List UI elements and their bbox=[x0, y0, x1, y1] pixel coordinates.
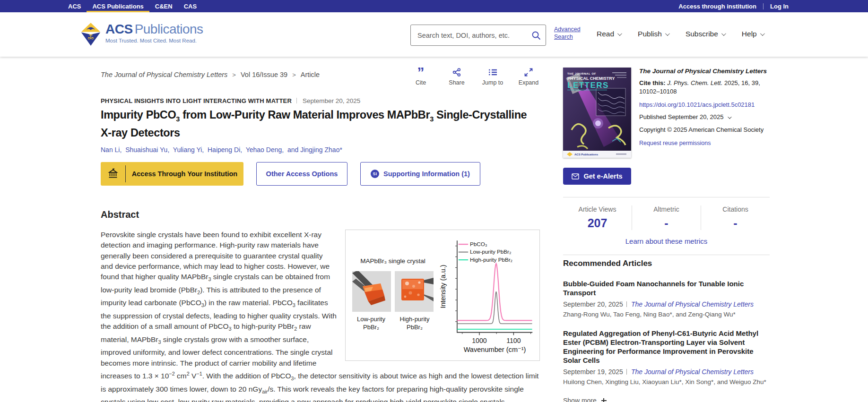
logo-wordmark: ACSPublications Most Trusted. Most Cited… bbox=[105, 23, 203, 44]
metrics-panel: Article Views 207 Altmetric - Citations … bbox=[563, 197, 770, 255]
breadcrumb-issue-link[interactable]: Vol 16/Issue 39 bbox=[241, 71, 287, 78]
nav-subscribe[interactable]: Subscribe bbox=[686, 30, 725, 38]
high-purity-crystal-photo bbox=[395, 271, 434, 312]
author-link[interactable]: Yehao Deng bbox=[246, 146, 287, 154]
recommended-article-journal-link[interactable]: The Journal of Physical Chemistry Letter… bbox=[623, 300, 754, 308]
logo-publications-text: Publications bbox=[135, 22, 203, 36]
learn-about-metrics-link[interactable]: Learn about these metrics bbox=[563, 237, 770, 245]
topbar-link-cen[interactable]: C&EN bbox=[149, 0, 178, 12]
journal-name: The Journal of Physical Chemistry Letter… bbox=[639, 68, 770, 75]
svg-text:ACS Publications: ACS Publications bbox=[574, 153, 599, 156]
recommended-article: Bubble-Guided Foam Nanochannels for Tuna… bbox=[563, 279, 770, 318]
author-link[interactable]: and Jingjing Zhao* bbox=[287, 146, 342, 154]
page: ACS ACS Publications C&EN CAS Access thr… bbox=[0, 0, 868, 402]
author-list: Nan LiShuaishuai YuYuliang YiHaipeng DiY… bbox=[101, 146, 540, 154]
copyright-text: Copyright © 2025 American Chemical Socie… bbox=[639, 126, 770, 133]
author-link[interactable]: Yuliang Yi bbox=[173, 146, 208, 154]
topbar-link-acs[interactable]: ACS bbox=[62, 0, 87, 12]
other-access-options-button[interactable]: Other Access Options bbox=[256, 162, 347, 186]
show-more-button[interactable]: Show more bbox=[563, 397, 770, 402]
expand-icon bbox=[524, 67, 533, 77]
abstract-graphic-figure[interactable]: MAPbBr₃ single crystal bbox=[345, 230, 540, 361]
access-options-row: Access Through Your Institution Other Ac… bbox=[101, 162, 540, 186]
top-utility-bar: ACS ACS Publications C&EN CAS Access thr… bbox=[0, 0, 868, 12]
author-link[interactable]: Haipeng Di bbox=[208, 146, 246, 154]
nav-publish[interactable]: Publish bbox=[638, 30, 668, 38]
citation-block: The Journal of Physical Chemistry Letter… bbox=[639, 68, 770, 146]
access-institution-button[interactable]: Access Through Your Institution bbox=[101, 162, 243, 186]
breadcrumb-current: Article bbox=[301, 71, 320, 78]
svg-text:1100: 1100 bbox=[506, 337, 521, 344]
recommended-article-title[interactable]: Bubble-Guided Foam Nanochannels for Tuna… bbox=[563, 279, 770, 297]
svg-text:1000: 1000 bbox=[472, 337, 486, 344]
logo-tagline: Most Trusted. Most Cited. Most Read. bbox=[105, 38, 203, 44]
recommended-article-authors: Zhang-Rong Wu, Tao Feng, Ning Bao*, and … bbox=[563, 311, 770, 318]
low-purity-label: Low-purity PbBr₂ bbox=[351, 316, 391, 332]
brand-switcher: ACS ACS Publications C&EN CAS bbox=[62, 0, 202, 12]
recommended-article-journal-link[interactable]: The Journal of Physical Chemistry Letter… bbox=[623, 368, 754, 376]
get-e-alerts-button[interactable]: Get e-Alerts bbox=[563, 168, 631, 185]
recommended-article-title[interactable]: Regulated Aggregation of Phenyl-C61-Buty… bbox=[563, 329, 770, 365]
svg-text:Low-purity PbBr₂: Low-purity PbBr₂ bbox=[470, 248, 511, 255]
jump-to-button[interactable]: Jump to bbox=[481, 67, 504, 86]
access-through-institution-link[interactable]: Access through institution bbox=[678, 3, 756, 10]
logo-acs-text: ACS bbox=[105, 22, 133, 36]
svg-text:PbCO₃: PbCO₃ bbox=[470, 241, 487, 247]
published-toggle[interactable]: Published September 20, 2025 bbox=[639, 113, 770, 120]
metric-article-views: Article Views 207 bbox=[563, 205, 632, 230]
topbar-account-area: Access through institution Log In bbox=[678, 0, 789, 12]
acs-publications-logo[interactable]: ACSPublications Most Trusted. Most Cited… bbox=[80, 23, 203, 46]
cite-button[interactable]: ” Cite bbox=[409, 67, 432, 86]
request-reuse-permissions-link[interactable]: Request reuse permissions bbox=[639, 140, 770, 146]
doi-link[interactable]: https://doi.org/10.1021/acs.jpclett.5c02… bbox=[639, 101, 770, 108]
search-icon[interactable] bbox=[531, 30, 541, 41]
breadcrumb-separator: > bbox=[292, 71, 296, 78]
login-link[interactable]: Log In bbox=[770, 3, 789, 10]
institution-icon bbox=[101, 168, 125, 180]
svg-text:High-purity PbBr₂: High-purity PbBr₂ bbox=[470, 257, 512, 263]
topbar-link-acs-publications[interactable]: ACS Publications bbox=[87, 0, 149, 12]
share-icon bbox=[452, 67, 461, 77]
article-category-row: PHYSICAL INSIGHTS INTO LIGHT INTERACTING… bbox=[101, 97, 540, 104]
author-link[interactable]: Nan Li bbox=[101, 146, 125, 154]
expand-button[interactable]: Expand bbox=[517, 67, 540, 86]
list-icon bbox=[488, 67, 498, 77]
crystal-heading: MAPbBr₃ single crystal bbox=[349, 256, 437, 266]
main-nav: Read Publish Subscribe Help bbox=[597, 30, 764, 38]
supporting-information-button[interactable]: SI Supporting Information (1) bbox=[360, 162, 480, 186]
low-purity-crystal-photo bbox=[352, 271, 391, 312]
acs-diamond-logo-icon bbox=[80, 23, 101, 46]
search-box bbox=[410, 25, 546, 46]
advanced-search-link[interactable]: Advanced Search bbox=[554, 26, 588, 41]
crystal-photos-panel: MAPbBr₃ single crystal bbox=[349, 233, 437, 357]
journal-cover[interactable]: THE JOURNAL OF PHYSICAL CHEMISTRY LETTER… bbox=[563, 68, 631, 158]
breadcrumb-separator: > bbox=[232, 71, 236, 78]
quote-icon: ” bbox=[417, 67, 425, 77]
plus-icon bbox=[601, 398, 607, 402]
recommended-articles: Recommended Articles Bubble-Guided Foam … bbox=[563, 259, 770, 402]
citation-line: Cite this: J. Phys. Chem. Lett. 2025, 16… bbox=[639, 79, 770, 96]
recommended-article-date: September 19, 2025 bbox=[563, 368, 623, 376]
si-icon: SI bbox=[371, 170, 379, 178]
nav-read[interactable]: Read bbox=[597, 30, 621, 38]
category-link[interactable]: PHYSICAL INSIGHTS INTO LIGHT INTERACTING… bbox=[101, 97, 292, 104]
breadcrumb-journal-link[interactable]: The Journal of Physical Chemistry Letter… bbox=[101, 71, 227, 78]
breadcrumb: The Journal of Physical Chemistry Letter… bbox=[101, 66, 320, 78]
svg-text:LETTERS: LETTERS bbox=[567, 81, 609, 90]
nav-help[interactable]: Help bbox=[742, 30, 764, 38]
metric-citations: Citations - bbox=[701, 205, 770, 230]
search-input[interactable] bbox=[411, 32, 546, 39]
svg-text:Wavenumber (cm⁻¹): Wavenumber (cm⁻¹) bbox=[464, 346, 526, 353]
topbar-link-cas[interactable]: CAS bbox=[178, 0, 202, 12]
author-link[interactable]: Shuaishuai Yu bbox=[125, 146, 173, 154]
abstract-heading: Abstract bbox=[101, 209, 540, 220]
chevron-down-icon bbox=[728, 115, 731, 119]
high-purity-label: High-purity PbBr₂ bbox=[395, 316, 434, 332]
metric-altmetric: Altmetric - bbox=[632, 205, 701, 230]
chevron-down-icon bbox=[760, 31, 765, 36]
article-actions: ” Cite Share Jump to bbox=[409, 66, 540, 86]
spectrum-chart: 10001100Wavenumber (cm⁻¹)Intensity (a.u.… bbox=[439, 233, 536, 355]
envelope-icon bbox=[572, 173, 579, 180]
recommended-article-date: September 20, 2025 bbox=[563, 300, 623, 308]
share-button[interactable]: Share bbox=[445, 67, 468, 86]
